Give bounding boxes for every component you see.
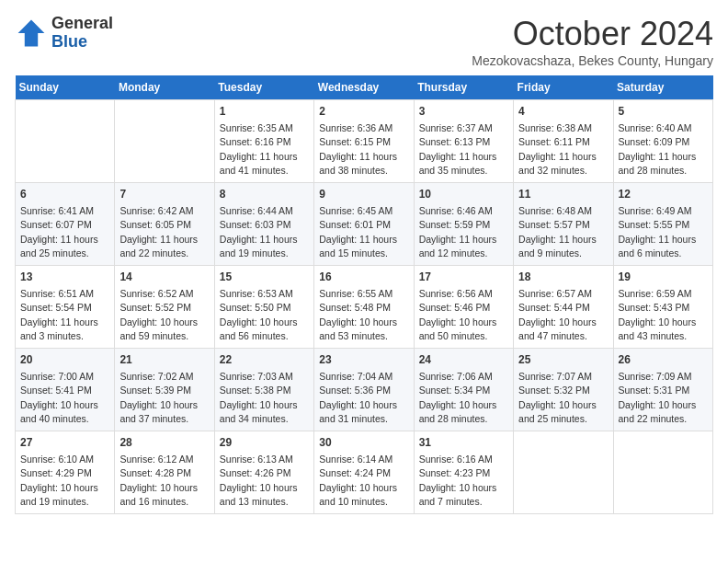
weekday-header: Thursday: [414, 75, 513, 100]
calendar-cell: [16, 100, 115, 183]
logo: General Blue: [15, 15, 113, 52]
calendar-cell: 11Sunrise: 6:48 AM Sunset: 5:57 PM Dayli…: [514, 183, 613, 266]
day-number: 12: [619, 187, 708, 202]
day-info: Sunrise: 6:13 AM Sunset: 4:26 PM Dayligh…: [220, 454, 298, 507]
day-number: 14: [119, 270, 209, 285]
day-info: Sunrise: 6:42 AM Sunset: 6:05 PM Dayligh…: [119, 205, 198, 259]
day-number: 5: [619, 104, 708, 120]
calendar-week-row: 1Sunrise: 6:35 AM Sunset: 6:16 PM Daylig…: [16, 100, 713, 183]
calendar-cell: 29Sunrise: 6:13 AM Sunset: 4:26 PM Dayli…: [214, 431, 313, 514]
day-number: 20: [20, 352, 109, 368]
day-info: Sunrise: 6:59 AM Sunset: 5:43 PM Dayligh…: [619, 288, 697, 341]
calendar-cell: 5Sunrise: 6:40 AM Sunset: 6:09 PM Daylig…: [613, 100, 712, 183]
day-number: 4: [518, 104, 608, 120]
calendar-cell: 27Sunrise: 6:10 AM Sunset: 4:29 PM Dayli…: [16, 431, 115, 514]
day-info: Sunrise: 7:00 AM Sunset: 5:41 PM Dayligh…: [20, 371, 98, 424]
calendar-cell: 19Sunrise: 6:59 AM Sunset: 5:43 PM Dayli…: [613, 266, 712, 349]
calendar-cell: 14Sunrise: 6:52 AM Sunset: 5:52 PM Dayli…: [115, 266, 214, 349]
day-number: 6: [20, 187, 109, 202]
calendar-cell: 9Sunrise: 6:45 AM Sunset: 6:01 PM Daylig…: [314, 183, 414, 266]
calendar-cell: 28Sunrise: 6:12 AM Sunset: 4:28 PM Dayli…: [115, 431, 214, 514]
day-info: Sunrise: 6:14 AM Sunset: 4:24 PM Dayligh…: [319, 454, 397, 507]
calendar-cell: 25Sunrise: 7:07 AM Sunset: 5:32 PM Dayli…: [514, 349, 613, 431]
day-number: 16: [319, 270, 408, 285]
day-number: 22: [220, 352, 309, 368]
calendar-week-row: 6Sunrise: 6:41 AM Sunset: 6:07 PM Daylig…: [16, 183, 713, 266]
calendar-cell: 13Sunrise: 6:51 AM Sunset: 5:54 PM Dayli…: [16, 266, 115, 349]
day-info: Sunrise: 7:09 AM Sunset: 5:31 PM Dayligh…: [619, 371, 697, 424]
day-info: Sunrise: 6:16 AM Sunset: 4:23 PM Dayligh…: [419, 454, 497, 507]
calendar-cell: 12Sunrise: 6:49 AM Sunset: 5:55 PM Dayli…: [613, 183, 712, 266]
day-number: 21: [119, 352, 209, 368]
day-info: Sunrise: 6:46 AM Sunset: 5:59 PM Dayligh…: [419, 205, 497, 259]
day-info: Sunrise: 7:06 AM Sunset: 5:34 PM Dayligh…: [419, 371, 497, 424]
day-number: 3: [419, 104, 508, 120]
calendar-cell: 21Sunrise: 7:02 AM Sunset: 5:39 PM Dayli…: [115, 349, 214, 431]
calendar-cell: 31Sunrise: 6:16 AM Sunset: 4:23 PM Dayli…: [414, 431, 513, 514]
weekday-header: Tuesday: [214, 75, 313, 100]
logo-blue: Blue: [51, 32, 87, 51]
day-number: 27: [20, 435, 109, 451]
day-number: 2: [319, 104, 408, 120]
day-number: 15: [220, 270, 309, 285]
day-number: 10: [419, 187, 508, 202]
day-info: Sunrise: 6:53 AM Sunset: 5:50 PM Dayligh…: [220, 288, 298, 341]
calendar-cell: 30Sunrise: 6:14 AM Sunset: 4:24 PM Dayli…: [314, 431, 414, 514]
day-info: Sunrise: 6:56 AM Sunset: 5:46 PM Dayligh…: [419, 288, 497, 341]
calendar-cell: 15Sunrise: 6:53 AM Sunset: 5:50 PM Dayli…: [214, 266, 313, 349]
calendar-table: SundayMondayTuesdayWednesdayThursdayFrid…: [15, 75, 713, 514]
day-number: 26: [619, 352, 708, 368]
day-info: Sunrise: 6:40 AM Sunset: 6:09 PM Dayligh…: [619, 122, 697, 176]
calendar-cell: 17Sunrise: 6:56 AM Sunset: 5:46 PM Dayli…: [414, 266, 513, 349]
weekday-header: Saturday: [613, 75, 712, 100]
day-info: Sunrise: 6:51 AM Sunset: 5:54 PM Dayligh…: [20, 288, 98, 341]
calendar-cell: 18Sunrise: 6:57 AM Sunset: 5:44 PM Dayli…: [514, 266, 613, 349]
location-subtitle: Mezokovacshaza, Bekes County, Hungary: [472, 53, 713, 68]
logo-general: General: [51, 14, 113, 32]
weekday-header: Friday: [514, 75, 613, 100]
logo-icon: [15, 17, 48, 50]
day-info: Sunrise: 7:04 AM Sunset: 5:36 PM Dayligh…: [319, 371, 397, 424]
calendar-cell: [115, 100, 214, 183]
day-number: 25: [518, 352, 608, 368]
day-number: 31: [419, 435, 508, 451]
day-info: Sunrise: 6:49 AM Sunset: 5:55 PM Dayligh…: [619, 205, 697, 259]
day-info: Sunrise: 6:44 AM Sunset: 6:03 PM Dayligh…: [220, 205, 298, 259]
day-number: 29: [220, 435, 309, 451]
day-number: 7: [119, 187, 209, 202]
day-info: Sunrise: 6:52 AM Sunset: 5:52 PM Dayligh…: [119, 288, 198, 341]
logo-text: General Blue: [51, 15, 113, 52]
calendar-cell: 16Sunrise: 6:55 AM Sunset: 5:48 PM Dayli…: [314, 266, 414, 349]
month-title: October 2024: [472, 15, 713, 53]
calendar-cell: [514, 431, 613, 514]
calendar-cell: 23Sunrise: 7:04 AM Sunset: 5:36 PM Dayli…: [314, 349, 414, 431]
calendar-cell: [613, 431, 712, 514]
day-number: 17: [419, 270, 508, 285]
title-block: October 2024 Mezokovacshaza, Bekes Count…: [472, 15, 713, 68]
calendar-week-row: 20Sunrise: 7:00 AM Sunset: 5:41 PM Dayli…: [16, 349, 713, 431]
day-number: 19: [619, 270, 708, 285]
calendar-week-row: 27Sunrise: 6:10 AM Sunset: 4:29 PM Dayli…: [16, 431, 713, 514]
calendar-cell: 7Sunrise: 6:42 AM Sunset: 6:05 PM Daylig…: [115, 183, 214, 266]
calendar-week-row: 13Sunrise: 6:51 AM Sunset: 5:54 PM Dayli…: [16, 266, 713, 349]
calendar-cell: 22Sunrise: 7:03 AM Sunset: 5:38 PM Dayli…: [214, 349, 313, 431]
calendar-cell: 26Sunrise: 7:09 AM Sunset: 5:31 PM Dayli…: [613, 349, 712, 431]
day-number: 13: [20, 270, 109, 285]
day-number: 9: [319, 187, 408, 202]
calendar-cell: 4Sunrise: 6:38 AM Sunset: 6:11 PM Daylig…: [514, 100, 613, 183]
calendar-cell: 2Sunrise: 6:36 AM Sunset: 6:15 PM Daylig…: [314, 100, 414, 183]
day-info: Sunrise: 7:07 AM Sunset: 5:32 PM Dayligh…: [518, 371, 597, 424]
day-info: Sunrise: 6:36 AM Sunset: 6:15 PM Dayligh…: [319, 122, 397, 176]
day-number: 18: [518, 270, 608, 285]
day-number: 8: [220, 187, 309, 202]
day-number: 28: [119, 435, 209, 451]
day-info: Sunrise: 6:12 AM Sunset: 4:28 PM Dayligh…: [119, 454, 198, 507]
day-number: 1: [220, 104, 309, 120]
calendar-cell: 10Sunrise: 6:46 AM Sunset: 5:59 PM Dayli…: [414, 183, 513, 266]
day-info: Sunrise: 6:38 AM Sunset: 6:11 PM Dayligh…: [518, 122, 597, 176]
day-info: Sunrise: 6:37 AM Sunset: 6:13 PM Dayligh…: [419, 122, 497, 176]
weekday-header: Monday: [115, 75, 214, 100]
day-info: Sunrise: 6:48 AM Sunset: 5:57 PM Dayligh…: [518, 205, 597, 259]
calendar-cell: 24Sunrise: 7:06 AM Sunset: 5:34 PM Dayli…: [414, 349, 513, 431]
day-number: 30: [319, 435, 408, 451]
